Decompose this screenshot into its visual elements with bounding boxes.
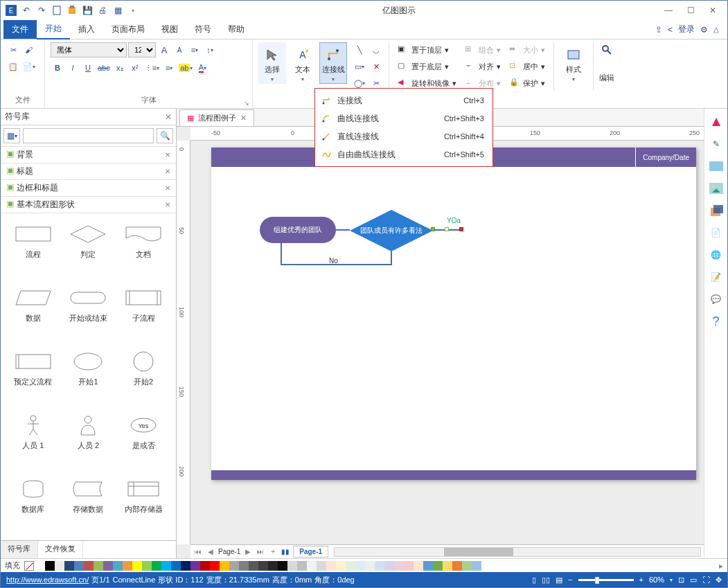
label-yes[interactable]: YOa <box>447 217 461 224</box>
tab-file-recovery[interactable]: 文件恢复 <box>38 541 83 558</box>
arc-tool-icon[interactable]: ◡ <box>369 42 383 57</box>
bring-front[interactable]: ▣置于顶层▾ <box>395 42 459 57</box>
rt-pencil-icon[interactable]: ✎ <box>707 135 725 153</box>
menu-tab-view[interactable]: 视图 <box>153 20 186 39</box>
color-swatch[interactable] <box>307 561 317 571</box>
color-swatch[interactable] <box>249 561 258 571</box>
superscript-icon[interactable]: x² <box>128 60 142 75</box>
settings-icon[interactable]: ⚙ <box>700 25 708 35</box>
color-swatch[interactable] <box>45 561 55 571</box>
menu-file[interactable]: 文件 <box>3 20 37 39</box>
shape-para[interactable]: 数据 <box>6 283 60 344</box>
page-next-icon[interactable]: ▶ <box>243 547 253 557</box>
page-last-icon[interactable]: ⏭ <box>256 547 265 557</box>
rt-comment-icon[interactable]: 💬 <box>707 290 725 308</box>
save-icon[interactable]: 💾 <box>81 4 94 17</box>
dd-free-curve-connector[interactable]: 自由曲线连接线 Ctrl+Shift+5 <box>315 145 492 163</box>
font-color-icon[interactable]: A▾ <box>195 60 209 75</box>
decrease-font-icon[interactable]: A <box>172 42 186 57</box>
font-family-select[interactable]: 黑体 <box>51 42 127 57</box>
redo-icon[interactable]: ↷ <box>35 4 48 17</box>
color-swatch[interactable] <box>171 561 181 571</box>
color-more-icon[interactable]: ▸ <box>715 561 727 571</box>
color-swatch[interactable] <box>452 561 462 571</box>
shape-decision[interactable]: 团队成员有许多看法 <box>350 210 433 251</box>
zoom-slider[interactable] <box>578 579 634 581</box>
page[interactable]: ▫▫▫▫▫▫▫ Company/Date 组建优秀的团队 团队成员有许多看法 <box>211 148 696 480</box>
doc-tab[interactable]: ▦ 流程图例子 ✕ <box>179 109 254 126</box>
color-swatch[interactable] <box>132 561 142 571</box>
color-swatch[interactable] <box>278 561 287 571</box>
color-swatch[interactable] <box>123 561 132 571</box>
connector-handle[interactable] <box>445 227 449 231</box>
view-mode-1-icon[interactable]: ▯ <box>532 576 536 585</box>
strike-icon[interactable]: abc <box>96 60 112 75</box>
protect[interactable]: 🔒保护▾ <box>506 75 548 91</box>
menu-tab-start[interactable]: 开始 <box>37 19 70 39</box>
connector-mid[interactable] <box>336 229 350 231</box>
login-link[interactable]: 登录 <box>678 24 695 35</box>
color-swatch[interactable] <box>365 561 375 571</box>
format-painter-icon[interactable]: 🖌 <box>21 42 35 57</box>
menu-tab-layout[interactable]: 页面布局 <box>103 20 153 39</box>
dd-connector[interactable]: 连接线 Ctrl+3 <box>315 91 492 109</box>
bullets-icon[interactable]: ≡▾ <box>188 42 202 57</box>
export-icon[interactable]: ▦ <box>112 4 124 17</box>
color-swatch[interactable] <box>210 561 220 571</box>
color-swatch[interactable] <box>200 561 210 571</box>
color-swatch[interactable] <box>326 561 336 571</box>
style-button[interactable]: 样式▾ <box>560 42 587 84</box>
shape-diamond[interactable]: 判定 <box>62 219 116 280</box>
fit-width-icon[interactable]: ▭ <box>690 576 697 585</box>
color-swatch[interactable] <box>161 561 171 571</box>
rt-layers-icon[interactable] <box>707 202 725 220</box>
color-swatch[interactable] <box>190 561 200 571</box>
shape-yes[interactable]: Yes是或否 <box>116 410 170 471</box>
rt-globe-icon[interactable]: 🌐 <box>707 246 725 264</box>
color-swatch[interactable] <box>181 561 190 571</box>
shape-predef[interactable]: 预定义流程 <box>6 346 60 407</box>
line-spacing-icon[interactable]: ↕▾ <box>203 42 217 57</box>
print-icon[interactable]: 🖨 <box>96 4 109 17</box>
color-swatch[interactable] <box>336 561 346 571</box>
tab-symbol-lib[interactable]: 符号库 <box>1 541 38 558</box>
shape-rect[interactable]: 流程 <box>6 219 60 280</box>
zoom-in-icon[interactable]: + <box>639 576 643 584</box>
search-button[interactable]: 🔍 <box>157 128 173 143</box>
size[interactable]: ⬌大小▾ <box>506 42 548 57</box>
dd-curve-connector[interactable]: 曲线连接线 Ctrl+Shift+3 <box>315 109 492 127</box>
color-swatch[interactable] <box>287 561 297 571</box>
undo-icon[interactable]: ↶ <box>20 4 33 17</box>
italic-icon[interactable]: I <box>66 60 80 75</box>
panel-close-icon[interactable]: ✕ <box>165 112 172 122</box>
color-swatch[interactable] <box>229 561 239 571</box>
rt-rect-icon[interactable] <box>707 157 725 175</box>
color-swatch[interactable] <box>404 561 414 571</box>
search-input[interactable] <box>23 128 154 143</box>
shape-stor[interactable]: 存储数据 <box>62 474 116 535</box>
color-swatch[interactable] <box>94 561 103 571</box>
page-tab[interactable]: Page-1 <box>293 546 328 558</box>
menu-tab-help[interactable]: 帮助 <box>220 20 253 39</box>
color-swatch[interactable] <box>384 561 394 571</box>
doc-tab-close-icon[interactable]: ✕ <box>240 114 247 123</box>
color-swatch[interactable] <box>142 561 152 571</box>
view-mode-2-icon[interactable]: ▯▯ <box>542 576 550 585</box>
maximize-button[interactable]: ☐ <box>680 3 701 18</box>
collapse-ribbon-icon[interactable]: △ <box>713 26 719 33</box>
export-icon[interactable]: ⇪ <box>655 25 662 35</box>
dd-straight-connector[interactable]: 直线连接线 Ctrl+Shift+4 <box>315 127 492 145</box>
color-swatch[interactable] <box>355 561 365 571</box>
canvas[interactable]: ▫▫▫▫▫▫▫ Company/Date 组建优秀的团队 团队成员有许多看法 <box>190 141 704 544</box>
share-icon[interactable]: < <box>668 25 673 35</box>
cat-border[interactable]: ▣ 边框和标题✕ <box>1 180 176 197</box>
group[interactable]: ⊞组合▾ <box>462 42 504 57</box>
color-swatch[interactable] <box>433 561 443 571</box>
connector-no[interactable] <box>391 251 392 265</box>
color-swatch[interactable] <box>113 561 123 571</box>
select-tool[interactable]: 选择▾ <box>258 42 286 84</box>
no-fill-icon[interactable] <box>24 561 34 571</box>
cat-flowchart[interactable]: ▣ 基本流程图形状✕ <box>1 197 176 213</box>
rt-image-icon[interactable] <box>707 179 725 197</box>
bold-icon[interactable]: B <box>51 60 64 75</box>
